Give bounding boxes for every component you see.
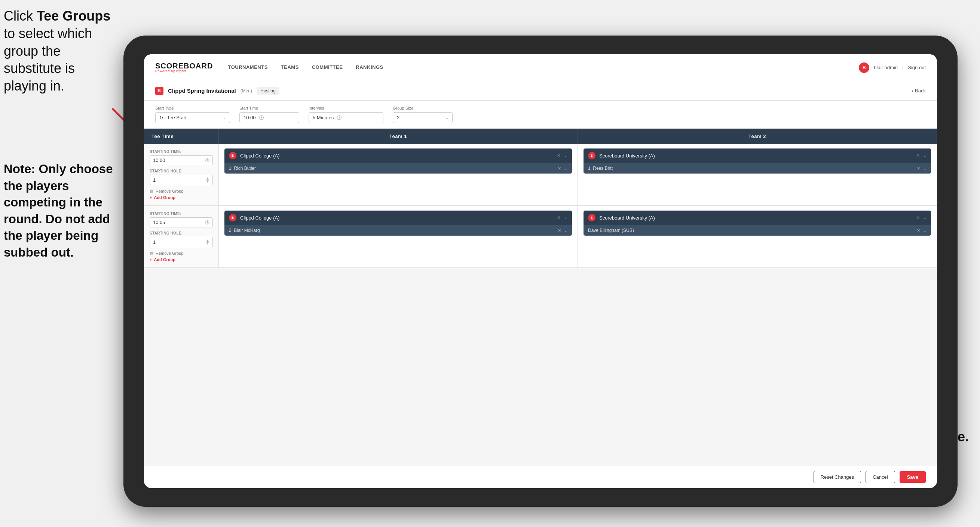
add-group-btn-1[interactable]: + Add Group bbox=[150, 195, 213, 200]
team1-card-2: B Clippd College (A) ✕ ⌄ 2. Blair McHarg… bbox=[224, 210, 572, 236]
config-row: Start Type 1st Tee Start ⌄ Start Time 10… bbox=[144, 100, 937, 129]
add-group-btn-2[interactable]: + Add Group bbox=[150, 257, 213, 262]
plus-icon-2: + bbox=[150, 257, 152, 262]
tablet-frame: SCOREBOARD Powered by clippd TOURNAMENTS… bbox=[123, 35, 958, 507]
sign-out-link[interactable]: Sign out bbox=[908, 65, 926, 70]
team1-expand-icon-2[interactable]: ⌄ bbox=[564, 215, 568, 220]
logo-main: SCOREBOARD bbox=[155, 62, 213, 70]
start-time-input[interactable]: 10:00 🕐 bbox=[239, 112, 299, 123]
hosting-badge: Hosting bbox=[256, 87, 279, 95]
breadcrumb-left: B Clippd Spring Invitational (Men) Hosti… bbox=[155, 87, 279, 95]
time-clock-icon-1: 🕐 bbox=[205, 158, 210, 162]
team1-cell-2: B Clippd College (A) ✕ ⌄ 2. Blair McHarg… bbox=[219, 206, 578, 267]
group-size-field: Group Size 2 ⌄ bbox=[393, 106, 453, 123]
starting-hole-input-1[interactable]: 1 ▲▼ bbox=[150, 175, 213, 185]
starting-time-input-2[interactable]: 10:05 🕐 bbox=[150, 217, 213, 228]
team2-header-1: S Scoreboard University (A) ✕ ⌄ bbox=[584, 148, 931, 163]
starting-hole-label-2: STARTING HOLE: bbox=[150, 231, 213, 235]
nav-items: TOURNAMENTS TEAMS COMMITTEE RANKINGS bbox=[228, 62, 859, 73]
team2-card-1: S Scoreboard University (A) ✕ ⌄ 1. Rees … bbox=[584, 148, 931, 174]
intervals-value: 5 Minutes bbox=[313, 115, 334, 121]
back-button[interactable]: ‹ Back bbox=[912, 88, 926, 94]
start-type-input[interactable]: 1st Tee Start ⌄ bbox=[155, 112, 230, 123]
user-avatar: B bbox=[859, 62, 869, 73]
logo-area: SCOREBOARD Powered by clippd bbox=[155, 62, 213, 73]
starting-time-label-1: STARTING TIME: bbox=[150, 150, 213, 154]
start-type-arrow: ⌄ bbox=[223, 116, 226, 120]
team1-actions-2: ✕ ⌄ bbox=[557, 215, 568, 220]
player-remove-icon-2-1[interactable]: ✕ bbox=[917, 166, 920, 171]
player-expand-icon-1-1[interactable]: ⌄ bbox=[564, 166, 568, 171]
add-group-label-1: Add Group bbox=[154, 195, 175, 200]
start-type-value: 1st Tee Start bbox=[159, 115, 187, 121]
player-row-1-2: 2. Blair McHarg ✕ ⌄ bbox=[224, 225, 572, 236]
player-expand-icon-2-2[interactable]: ⌄ bbox=[923, 228, 926, 233]
cancel-button[interactable]: Cancel bbox=[865, 471, 895, 483]
team2-expand-icon-1[interactable]: ⌄ bbox=[923, 153, 926, 158]
group-size-label: Group Size bbox=[393, 106, 453, 110]
add-group-label-2: Add Group bbox=[154, 257, 175, 262]
player-actions-2-2: ✕ ⌄ bbox=[917, 228, 926, 233]
tee-left-2: STARTING TIME: 10:05 🕐 STARTING HOLE: 1 … bbox=[144, 206, 219, 267]
team2-header-2: S Scoreboard University (A) ✕ ⌄ bbox=[584, 210, 931, 225]
start-time-field: Start Time 10:00 🕐 bbox=[239, 106, 299, 123]
team1-name-2: Clippd College (A) bbox=[240, 215, 553, 221]
col-tee-time: Tee Time bbox=[144, 129, 219, 144]
trash-icon-1: 🗑 bbox=[150, 189, 154, 193]
team2-remove-icon-2[interactable]: ✕ bbox=[916, 215, 920, 220]
main-instruction: Click Tee Groups to select which group t… bbox=[4, 8, 120, 95]
team1-header-2: B Clippd College (A) ✕ ⌄ bbox=[224, 210, 572, 225]
player-actions-2-1: ✕ ⌄ bbox=[917, 166, 926, 171]
player-actions-1-1: ✕ ⌄ bbox=[558, 166, 568, 171]
team1-expand-icon-1[interactable]: ⌄ bbox=[564, 153, 568, 158]
start-time-label: Start Time bbox=[239, 106, 299, 110]
team2-expand-icon-2[interactable]: ⌄ bbox=[923, 215, 926, 220]
remove-group-btn-1[interactable]: 🗑 Remove Group bbox=[150, 189, 213, 193]
team1-cell-1: B Clippd College (A) ✕ ⌄ 1. Rich Butler … bbox=[219, 144, 578, 205]
breadcrumb-icon: B bbox=[155, 87, 164, 95]
starting-hole-label-1: STARTING HOLE: bbox=[150, 169, 213, 173]
team1-remove-icon-2[interactable]: ✕ bbox=[557, 215, 561, 220]
intervals-input[interactable]: 5 Minutes 🕐 bbox=[309, 112, 383, 123]
starting-hole-value-1: 1 bbox=[153, 177, 156, 183]
nav-user: B blair admin | Sign out bbox=[859, 62, 926, 73]
group-size-arrow: ⌄ bbox=[445, 116, 449, 120]
player-expand-icon-1-2[interactable]: ⌄ bbox=[564, 228, 568, 233]
player-remove-icon-1-2[interactable]: ✕ bbox=[558, 228, 561, 233]
remove-group-btn-2[interactable]: 🗑 Remove Group bbox=[150, 251, 213, 255]
team2-cell-1: S Scoreboard University (A) ✕ ⌄ 1. Rees … bbox=[578, 144, 937, 205]
start-time-value: 10:00 bbox=[243, 115, 256, 121]
col-team1: Team 1 bbox=[219, 129, 578, 144]
remove-group-label-2: Remove Group bbox=[156, 251, 184, 255]
player-expand-icon-2-1[interactable]: ⌄ bbox=[923, 166, 926, 171]
nav-rankings[interactable]: RANKINGS bbox=[356, 62, 383, 73]
intervals-clock-icon: 🕐 bbox=[337, 115, 342, 120]
nav-tournaments[interactable]: TOURNAMENTS bbox=[228, 62, 267, 73]
team1-header-1: B Clippd College (A) ✕ ⌄ bbox=[224, 148, 572, 163]
bottom-bar: Reset Changes Cancel Save bbox=[144, 466, 937, 488]
note-label: Note: bbox=[4, 162, 35, 176]
player-remove-icon-1-1[interactable]: ✕ bbox=[558, 166, 561, 171]
user-name: blair admin bbox=[874, 65, 898, 70]
player-remove-icon-2-2[interactable]: ✕ bbox=[917, 228, 920, 233]
trash-icon-2: 🗑 bbox=[150, 251, 154, 255]
column-headers: Tee Time Team 1 Team 2 bbox=[144, 129, 937, 144]
content-area: STARTING TIME: 10:00 🕐 STARTING HOLE: 1 … bbox=[144, 144, 937, 466]
team2-remove-icon-1[interactable]: ✕ bbox=[916, 153, 920, 158]
reset-changes-button[interactable]: Reset Changes bbox=[813, 471, 861, 483]
tablet-screen: SCOREBOARD Powered by clippd TOURNAMENTS… bbox=[144, 54, 937, 488]
group-size-input[interactable]: 2 ⌄ bbox=[393, 112, 453, 123]
team1-card-1: B Clippd College (A) ✕ ⌄ 1. Rich Butler … bbox=[224, 148, 572, 174]
breadcrumb-bar: B Clippd Spring Invitational (Men) Hosti… bbox=[144, 81, 937, 100]
nav-committee[interactable]: COMMITTEE bbox=[312, 62, 343, 73]
team2-actions-1: ✕ ⌄ bbox=[916, 153, 926, 158]
starting-hole-value-2: 1 bbox=[153, 239, 156, 245]
team1-remove-icon-1[interactable]: ✕ bbox=[557, 153, 561, 158]
starting-time-value-1: 10:00 bbox=[153, 158, 165, 163]
remove-group-label-1: Remove Group bbox=[156, 189, 184, 193]
starting-time-input-1[interactable]: 10:00 🕐 bbox=[150, 155, 213, 165]
starting-hole-input-2[interactable]: 1 ▲▼ bbox=[150, 237, 213, 247]
nav-teams[interactable]: TEAMS bbox=[281, 62, 299, 73]
save-button[interactable]: Save bbox=[900, 471, 926, 483]
start-type-field: Start Type 1st Tee Start ⌄ bbox=[155, 106, 230, 123]
